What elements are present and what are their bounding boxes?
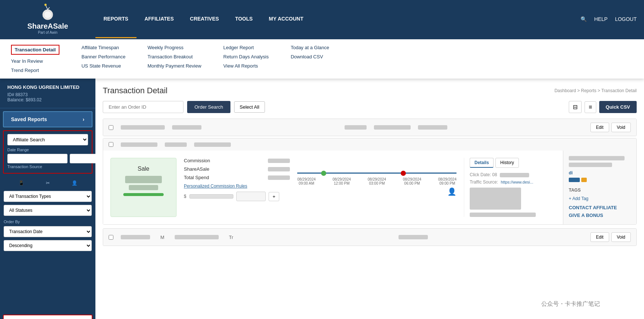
void-button-1[interactable]: Void <box>611 123 631 132</box>
timeline-panel: 08/29/202409:00 AM 08/29/202412:00 PM 08… <box>297 158 456 217</box>
dollar-prefix: $ <box>184 194 186 199</box>
saved-reports-label: Saved Reports <box>11 116 47 122</box>
dropdown-affiliate-timespan[interactable]: Affiliate Timespan <box>81 45 125 50</box>
commission-input-field[interactable] <box>236 192 266 201</box>
affiliate-search-dropdown[interactable]: Affiliate Search <box>7 134 88 145</box>
dropdown-transaction-breakout[interactable]: Transaction Breakout <box>148 54 201 59</box>
commission-input[interactable] <box>189 194 233 199</box>
tab-details[interactable]: Details <box>470 158 494 168</box>
account-name: HONG KONG UGREEN LIMITED <box>7 84 88 91</box>
dropdown-banner-performance[interactable]: Banner Performance <box>81 54 125 59</box>
traffic-source-url: https://www.desi... <box>501 180 534 184</box>
dropdown-today-glance[interactable]: Today at a Glance <box>291 45 329 50</box>
plus-button[interactable]: + <box>269 192 280 201</box>
person-icon[interactable]: 👤 <box>72 180 77 186</box>
click-date-label: Click Date: 08 <box>470 172 497 177</box>
logo-sub: Part of Awin <box>38 30 57 35</box>
right-link[interactable]: di <box>569 170 573 175</box>
svg-line-2 <box>46 7 48 10</box>
dropdown-download-csv[interactable]: Download CSV <box>291 54 329 59</box>
timeline-time-4: 08/29/202406:00 PM <box>403 177 421 185</box>
nav-creatives[interactable]: CREATIVES <box>182 0 227 38</box>
dropdown-weekly-progress[interactable]: Weekly Progress <box>148 45 201 50</box>
edit-button-1[interactable]: Edit <box>590 123 609 132</box>
date-range-label: Date Range <box>7 148 88 152</box>
give-bonus-button[interactable]: GIVE A BONUS <box>569 213 631 218</box>
descending-dropdown[interactable]: Descending <box>4 240 92 251</box>
right-bar-orange <box>581 178 587 182</box>
nav-links: REPORTS AFFILIATES CREATIVES TOOLS MY AC… <box>95 0 573 38</box>
blurred-col-4 <box>374 125 411 130</box>
saved-reports-button[interactable]: Saved Reports › <box>3 111 92 127</box>
dropdown-ledger-report[interactable]: Ledger Report <box>223 45 269 50</box>
svg-line-5 <box>48 7 50 10</box>
nav-reports[interactable]: REPORTS <box>95 0 137 38</box>
dropdown-col-2: Affiliate Timespan Banner Performance US… <box>81 45 125 73</box>
transaction-summary-3: M Tr Edit Void <box>103 229 636 246</box>
transaction-summary-1: Edit Void <box>103 119 636 136</box>
add-tag-link[interactable]: + Add Tag <box>569 196 589 201</box>
quick-csv-button[interactable]: Quick CSV <box>599 101 637 113</box>
contact-affiliate-button[interactable]: CONTACT AFFILIATE <box>569 205 631 210</box>
watermark: 公众号・卡卡推广笔记 <box>541 300 600 308</box>
right-panel: di TAGS + Add Tag CONTACT AFFILIATE GIVE… <box>563 151 636 224</box>
void-button-3[interactable]: Void <box>611 232 631 242</box>
dropdown-view-all-reports[interactable]: View All Reports <box>223 63 269 69</box>
timeline-line <box>297 173 456 174</box>
edit-button-3[interactable]: Edit <box>590 232 609 242</box>
select-all-button[interactable]: Select All <box>234 101 265 113</box>
order-id-input[interactable] <box>103 101 183 113</box>
transaction-checkbox-1[interactable] <box>109 125 113 130</box>
download-csv-button[interactable]: Download CSV <box>4 315 92 319</box>
all-statuses-dropdown[interactable]: All Statuses <box>4 205 92 216</box>
grid-view-button[interactable]: ⊟ <box>569 101 582 113</box>
breadcrumb-text: Dashboard > Reports > Transaction Detail <box>554 88 637 93</box>
reports-dropdown: Transaction Detail Year In Review Trend … <box>0 38 644 79</box>
list-view-button[interactable]: ≡ <box>585 101 596 113</box>
logo-icon <box>39 4 57 22</box>
svg-point-4 <box>44 4 47 6</box>
blurred-col-5 <box>418 125 447 130</box>
svg-point-1 <box>44 11 51 18</box>
commission-row-2: ShareASale <box>184 166 290 172</box>
view-controls: ⊟ ≡ Quick CSV <box>569 101 637 113</box>
nav-right: 🔍 HELP LOGOUT <box>573 0 644 38</box>
dropdown-return-days[interactable]: Return Days Analysis <box>223 54 269 59</box>
dropdown-monthly-payment[interactable]: Monthly Payment Review <box>148 63 201 69</box>
transaction-date-dropdown[interactable]: Transaction Date <box>4 226 92 237</box>
dropdown-trend-report[interactable]: Trend Report <box>11 68 59 73</box>
sidebar-bottom-section: Download CSV Filter <box>3 315 92 319</box>
help-link[interactable]: HELP <box>594 16 608 22</box>
tags-section: TAGS + Add Tag <box>569 188 631 201</box>
commission-row-1: Commission <box>184 158 290 163</box>
dropdown-col-4: Ledger Report Return Days Analysis View … <box>223 45 269 73</box>
tab-history[interactable]: History <box>495 158 519 168</box>
logout-link[interactable]: LOGOUT <box>615 16 637 22</box>
sale-label: Sale <box>118 166 169 172</box>
dropdown-col-3: Weekly Progress Transaction Breakout Mon… <box>148 45 201 73</box>
order-search-button[interactable]: Order Search <box>187 101 230 113</box>
dropdown-us-state-revenue[interactable]: US State Revenue <box>81 63 125 69</box>
details-panel: Details History Click Date: 08 Traffic S… <box>464 158 556 217</box>
page-title: Transaction Detail <box>103 86 167 95</box>
transaction-checkbox-exp[interactable] <box>109 142 113 147</box>
breadcrumb: Dashboard > Reports > Transaction Detail <box>554 88 637 93</box>
sidebar-icons: 📱 ✂ 👤 <box>0 177 95 189</box>
commission-panel: Commission ShareASale Total Spend P <box>184 158 290 217</box>
shareasale-label: ShareASale <box>184 166 209 172</box>
search-icon[interactable]: 🔍 <box>581 16 587 22</box>
nav-tools[interactable]: TOOLS <box>227 0 261 38</box>
dropdown-year-in-review[interactable]: Year In Review <box>11 58 59 64</box>
transaction-types-dropdown[interactable]: All Transaction Types <box>4 191 92 202</box>
dropdown-transaction-detail[interactable]: Transaction Detail <box>11 45 59 55</box>
right-blur-1 <box>569 156 625 160</box>
mobile-icon[interactable]: 📱 <box>18 180 24 186</box>
personalized-link[interactable]: Personalized Commission Rules <box>184 184 247 189</box>
transaction-checkbox-3[interactable] <box>109 235 113 240</box>
timeline-labels: 08/29/202409:00 AM 08/29/202412:00 PM 08… <box>297 177 456 185</box>
nav-affiliates[interactable]: AFFILIATES <box>137 0 182 38</box>
date-start-input[interactable] <box>7 154 68 163</box>
tools-icon[interactable]: ✂ <box>46 180 50 186</box>
nav-my-account[interactable]: MY ACCOUNT <box>261 0 312 38</box>
search-row: Order Search Select All ⊟ ≡ Quick CSV <box>103 101 637 113</box>
